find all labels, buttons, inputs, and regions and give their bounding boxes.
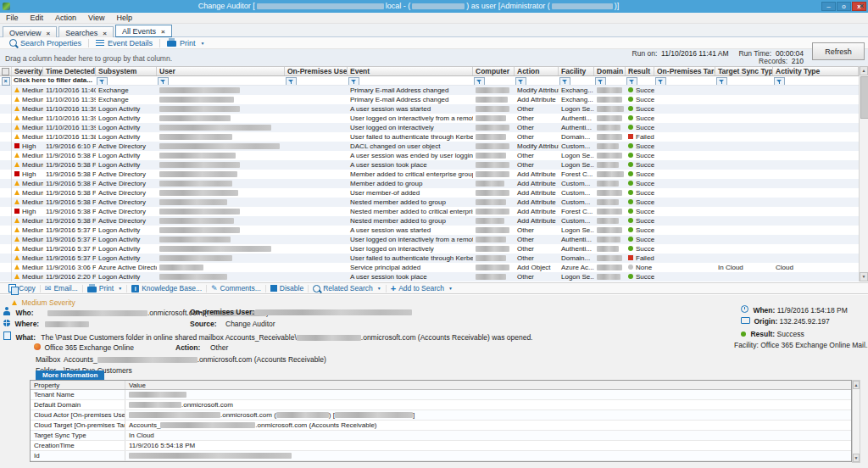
row-selector[interactable]: [0, 114, 12, 123]
filter-funnel-icon[interactable]: [655, 77, 666, 85]
print-button[interactable]: Print▼: [83, 284, 126, 292]
maximize-button[interactable]: o: [837, 2, 851, 11]
event-row[interactable]: Medium11/9/2016 5:38 PMActive DirectoryN…: [0, 216, 859, 226]
row-selector[interactable]: [0, 235, 12, 244]
minimize-button[interactable]: –: [821, 2, 836, 11]
column-header-fac[interactable]: Facility: [559, 67, 594, 75]
event-row[interactable]: High11/9/2016 5:38 PMActive DirectoryMem…: [0, 170, 859, 179]
disable-button[interactable]: Disable: [266, 284, 308, 292]
row-selector[interactable]: [0, 188, 12, 198]
scroll-thumb[interactable]: [860, 76, 868, 119]
column-header-comp[interactable]: Computer: [473, 67, 515, 75]
column-header-event[interactable]: Event: [348, 67, 473, 75]
column-header-time[interactable]: Time Detected▼: [43, 67, 96, 75]
table-row[interactable]: Default Domain.onmicrosoft.com: [31, 400, 851, 410]
column-header-tst[interactable]: Target Sync Type: [715, 67, 773, 75]
filter-funnel-icon[interactable]: [515, 77, 526, 85]
email-button[interactable]: ✉Email...: [41, 284, 82, 292]
column-header-sub[interactable]: Subsystem: [96, 67, 157, 75]
event-row[interactable]: Medium11/9/2016 5:38 PMActive DirectoryM…: [0, 179, 859, 188]
add-to-search-button[interactable]: +Add to Search▼: [387, 284, 457, 292]
detail-pane-close-icon[interactable]: ×: [860, 2, 864, 10]
menu-view[interactable]: View: [82, 13, 110, 23]
row-selector[interactable]: [0, 170, 12, 179]
row-selector[interactable]: [0, 263, 12, 272]
row-selector[interactable]: [0, 95, 12, 104]
menu-action[interactable]: Action: [49, 13, 82, 23]
row-selector[interactable]: [0, 86, 12, 95]
filter-funnel-icon[interactable]: [348, 77, 359, 85]
filter-cell-tst[interactable]: [715, 76, 773, 85]
event-row[interactable]: Medium11/10/2016 11:40...ExchangePrimary…: [0, 86, 859, 95]
tab-more-information[interactable]: More Information: [36, 370, 104, 380]
table-scroll-down-arrow[interactable]: ▼: [853, 454, 860, 462]
filter-cell-fac[interactable]: [559, 76, 594, 85]
column-header-dom[interactable]: Domain: [594, 67, 626, 75]
filter-hint-cell[interactable]: Click here to filter data...: [12, 76, 96, 85]
filter-funnel-icon[interactable]: [559, 77, 570, 85]
row-selector[interactable]: [0, 244, 12, 254]
row-selector[interactable]: [0, 179, 12, 188]
filter-cell-act[interactable]: [515, 76, 559, 85]
filter-clear-cell[interactable]: ×: [0, 76, 12, 85]
table-row[interactable]: Cloud Target [On-premises Target]Account…: [31, 421, 851, 431]
menu-help[interactable]: Help: [110, 13, 138, 23]
grid-scrollbar[interactable]: ▲ ▼: [859, 66, 868, 281]
event-row[interactable]: Medium11/9/2016 5:38 PMLogon ActivityA u…: [0, 151, 859, 160]
event-row[interactable]: Medium11/10/2016 11:39...Logon ActivityA…: [0, 104, 859, 114]
table-row[interactable]: Cloud Actor [On-premises User].onmicroso…: [31, 410, 851, 421]
tab-overview[interactable]: Overview×: [3, 26, 57, 38]
filter-cell-dom[interactable]: [594, 76, 626, 85]
row-selector[interactable]: [0, 216, 12, 226]
filter-cell-user[interactable]: [157, 76, 285, 85]
filter-funnel-icon[interactable]: [774, 77, 785, 85]
column-header-act[interactable]: Action: [515, 67, 559, 75]
property-column-header[interactable]: Property: [31, 381, 125, 389]
filter-cell-opt[interactable]: [654, 76, 715, 85]
row-selector[interactable]: [0, 132, 12, 142]
column-header-at[interactable]: Activity Type: [773, 67, 859, 75]
event-row[interactable]: Medium11/10/2016 11:38...Logon ActivityU…: [0, 132, 859, 142]
refresh-button[interactable]: Refresh: [812, 42, 865, 60]
event-details-button[interactable]: Event Details: [91, 37, 158, 48]
column-header-sev[interactable]: Severity: [12, 67, 43, 75]
grid-filter-row[interactable]: ×Click here to filter data...: [0, 76, 859, 86]
filter-funnel-icon[interactable]: [716, 77, 727, 85]
row-selector[interactable]: [0, 104, 12, 114]
row-selector[interactable]: [0, 142, 12, 151]
event-row[interactable]: Medium11/10/2016 11:39...ExchangePrimary…: [0, 95, 859, 104]
row-selector[interactable]: [0, 160, 12, 170]
event-row[interactable]: Medium11/9/2016 5:38 PMActive DirectoryN…: [0, 198, 859, 207]
knowledge-base-button[interactable]: iKnowledge Base...: [127, 284, 206, 292]
tab-all-events[interactable]: All Events×: [115, 25, 172, 38]
table-row[interactable]: CreationTime11/9/2016 5:54:18 PM: [31, 441, 851, 451]
event-row[interactable]: Medium11/9/2016 5:38 PMLogon ActivityA u…: [0, 160, 859, 170]
event-row[interactable]: Medium11/9/2016 2:20 PMLogon ActivityA u…: [0, 272, 859, 281]
filter-funnel-icon[interactable]: [97, 77, 108, 85]
filter-funnel-icon[interactable]: [474, 77, 485, 85]
comments-button[interactable]: ✎Comments...: [207, 284, 265, 292]
filter-cell-opu[interactable]: [285, 76, 348, 85]
event-row[interactable]: Medium11/9/2016 3:06 PMAzure Active Dire…: [0, 263, 859, 272]
event-row[interactable]: Medium11/10/2016 11:39...Logon ActivityU…: [0, 114, 859, 123]
filter-cell-at[interactable]: [773, 76, 859, 85]
row-selector[interactable]: [0, 272, 12, 281]
related-search-button[interactable]: Related Search▼: [309, 284, 386, 292]
print-button[interactable]: Print ▼: [162, 37, 209, 48]
table-scroll-up-arrow[interactable]: ▲: [853, 381, 860, 389]
menu-edit[interactable]: Edit: [25, 13, 50, 23]
filter-funnel-icon[interactable]: [158, 77, 169, 85]
filter-cell-res[interactable]: [626, 76, 654, 85]
scroll-up-arrow[interactable]: ▲: [860, 66, 868, 75]
filter-cell-event[interactable]: [348, 76, 473, 85]
search-properties-button[interactable]: Search Properties: [4, 37, 86, 48]
event-row[interactable]: Medium11/9/2016 5:38 PMActive DirectoryU…: [0, 188, 859, 198]
table-row[interactable]: Id: [31, 451, 851, 461]
filter-funnel-icon[interactable]: [626, 77, 637, 85]
close-tab-icon[interactable]: ×: [103, 30, 107, 37]
column-header-user[interactable]: User: [157, 67, 285, 75]
row-selector[interactable]: [0, 207, 12, 216]
event-row[interactable]: High11/9/2016 5:38 PMActive DirectoryNes…: [0, 207, 859, 216]
filter-cell-comp[interactable]: [473, 76, 515, 85]
column-header-res[interactable]: Result: [626, 67, 654, 75]
